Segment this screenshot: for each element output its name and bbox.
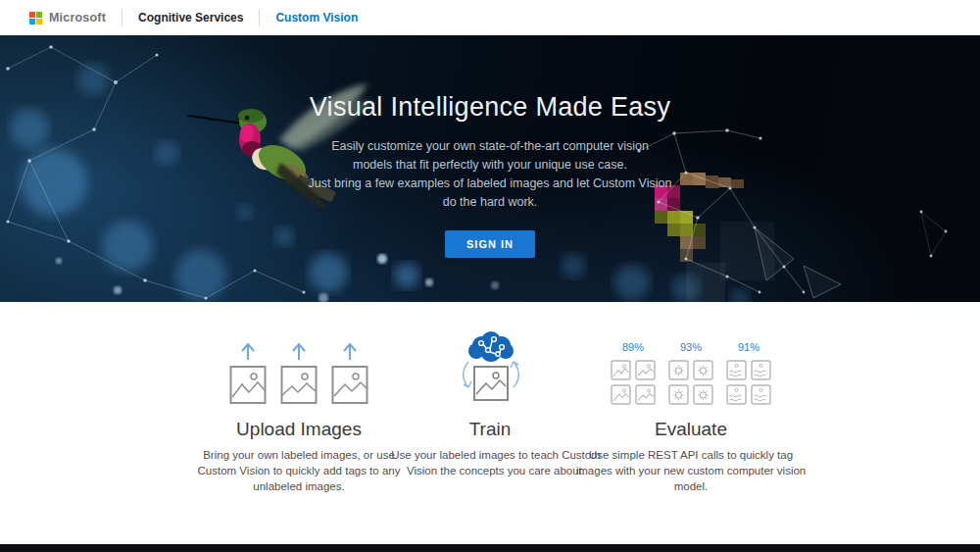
top-nav: Microsoft Cognitive Services Custom Visi… — [0, 0, 980, 35]
evaluate-group-sun: 93% — [668, 341, 713, 405]
mountain-image-icon — [635, 360, 656, 380]
hero-description: Easily customize your own state-of-the-a… — [0, 137, 980, 212]
cycle-arrow-icon — [464, 362, 519, 387]
waves-image-icon — [751, 384, 771, 405]
feature-description: Use simple REST API calls to quickly tag… — [575, 447, 807, 494]
mountain-image-icon — [611, 360, 631, 380]
hero-description-line: models that fit perfectly with your uniq… — [0, 156, 980, 175]
sun-image-icon — [693, 384, 713, 405]
mountain-image-icon — [611, 384, 631, 405]
nav-cognitive-services[interactable]: Cognitive Services — [138, 11, 243, 25]
features-section: Upload Images Bring your own labeled ima… — [0, 302, 980, 544]
upload-image-icon — [229, 340, 267, 405]
nav-divider — [122, 9, 122, 26]
sun-image-icon — [668, 360, 689, 380]
sign-in-button[interactable]: SIGN IN — [445, 230, 535, 258]
evaluate-group-mountain: 89% — [611, 341, 656, 405]
score-badge: 93% — [680, 341, 702, 353]
sun-image-icon — [693, 360, 713, 380]
hero-description-line: Just bring a few examples of labeled ima… — [0, 175, 980, 193]
feature-evaluate: 89% 93% — [565, 328, 816, 494]
train-brain-icon — [436, 330, 544, 405]
hero-description-line: Easily customize your own state-of-the-a… — [0, 137, 980, 156]
feature-description: Bring your own labeled images, or use Cu… — [186, 447, 412, 494]
mountain-image-icon — [635, 384, 656, 405]
feature-title: Evaluate — [565, 419, 816, 440]
hero-description-line: do the hard work. — [0, 193, 980, 212]
nav-divider — [259, 9, 260, 26]
score-badge: 89% — [622, 341, 644, 353]
waves-image-icon — [751, 360, 771, 380]
sun-image-icon — [668, 384, 689, 405]
hero-title: Visual Intelligence Made Easy — [0, 92, 980, 123]
upload-image-icon — [280, 340, 318, 405]
microsoft-logo-icon — [29, 12, 42, 25]
waves-image-icon — [726, 360, 747, 380]
hero-banner: Visual Intelligence Made Easy Easily cus… — [0, 35, 980, 302]
footer-bar — [0, 544, 980, 552]
microsoft-wordmark: Microsoft — [49, 11, 106, 25]
upload-image-icon — [331, 340, 368, 405]
evaluate-group-waves: 91% — [726, 341, 771, 405]
nav-custom-vision[interactable]: Custom Vision — [275, 11, 358, 25]
waves-image-icon — [726, 384, 747, 405]
score-badge: 91% — [738, 341, 760, 353]
